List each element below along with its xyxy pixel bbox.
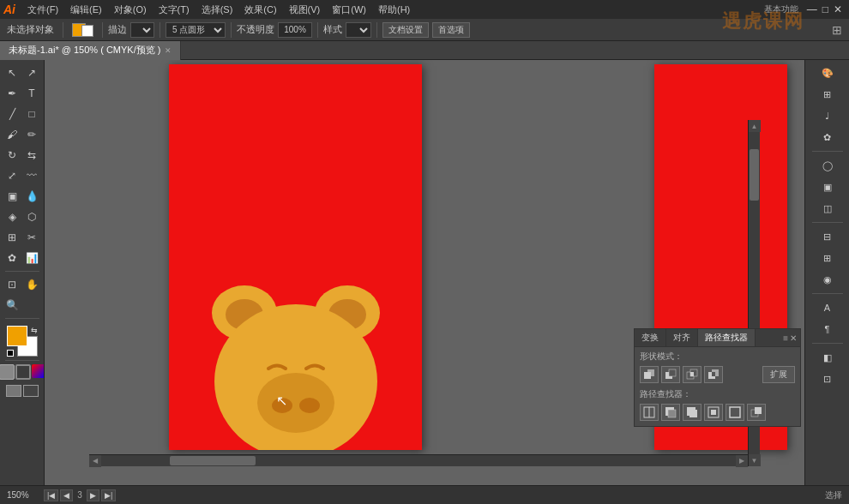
reset-colors-icon[interactable] <box>7 350 14 357</box>
fill-mode-icon[interactable] <box>0 364 15 380</box>
menu-file[interactable]: 文件(F) <box>22 3 63 16</box>
style-select[interactable] <box>346 22 371 38</box>
align-panel-icon[interactable]: ⊟ <box>818 227 837 246</box>
fullscreen-view-icon[interactable] <box>23 385 39 397</box>
direct-select-tool[interactable]: ↗ <box>22 63 41 82</box>
gradient-tool[interactable]: ▣ <box>3 187 21 206</box>
panel-menu-icon[interactable]: ≡ <box>783 333 788 343</box>
scroll-track-horizontal[interactable] <box>101 455 736 466</box>
panel-tab-icons: ≡ ✕ <box>783 329 800 346</box>
pen-tool[interactable]: ✒ <box>3 84 21 103</box>
zoom-tool[interactable]: 🔍 <box>3 296 21 315</box>
menu-window[interactable]: 窗口(W) <box>327 3 371 16</box>
scroll-down-button[interactable]: ▼ <box>749 454 761 466</box>
opacity-input[interactable] <box>278 22 312 38</box>
paintbrush-tool[interactable]: 🖌 <box>3 125 21 144</box>
crop-button[interactable] <box>704 404 723 421</box>
scroll-right-button[interactable]: ▶ <box>736 455 748 467</box>
last-page-button[interactable]: ▶| <box>101 489 116 501</box>
scrollbar-horizontal[interactable]: ◀ ▶ <box>89 454 748 466</box>
scroll-left-button[interactable]: ◀ <box>89 455 101 467</box>
char-panel-icon[interactable]: A <box>818 298 837 317</box>
eyedropper-tool[interactable]: 💧 <box>22 187 41 206</box>
next-page-button[interactable]: ▶ <box>87 489 99 501</box>
transform-tab[interactable]: 变换 <box>635 329 666 346</box>
foreground-color[interactable] <box>7 326 27 346</box>
stroke-select[interactable] <box>130 22 154 38</box>
menu-type[interactable]: 文字(T) <box>154 3 195 16</box>
warp-tool[interactable]: 〰 <box>22 166 41 185</box>
menu-effect[interactable]: 效果(C) <box>239 3 281 16</box>
artboards-icon[interactable]: ⊡ <box>818 369 837 388</box>
svg-rect-23 <box>689 410 697 417</box>
mesh-tool[interactable]: ⊞ <box>3 228 21 247</box>
menu-edit[interactable]: 编辑(E) <box>65 3 107 16</box>
expand-button[interactable]: 扩展 <box>762 366 795 383</box>
merge-button[interactable] <box>683 404 701 421</box>
pathfinder-tab[interactable]: 路径查找器 <box>698 329 756 346</box>
scroll-thumb-horizontal[interactable] <box>170 456 256 465</box>
artboard-tool[interactable]: ⊡ <box>3 275 21 294</box>
select-tool[interactable]: ↖ <box>3 63 21 82</box>
live-paint-tool[interactable]: ⬡ <box>22 207 41 226</box>
rotate-tool[interactable]: ↻ <box>3 146 21 165</box>
preferences-button[interactable]: 首选项 <box>432 22 470 38</box>
reflect-tool[interactable]: ⇆ <box>22 146 41 165</box>
type-tool[interactable]: T <box>22 84 41 103</box>
color-panel-icon[interactable]: 🎨 <box>818 63 837 82</box>
line-tool[interactable]: ╱ <box>3 105 21 123</box>
gradient-panel-icon[interactable]: ▣ <box>818 177 837 196</box>
slice-tool[interactable]: ✂ <box>22 228 41 247</box>
trim-button[interactable] <box>661 404 680 421</box>
scroll-thumb-vertical[interactable] <box>750 149 759 201</box>
para-panel-icon[interactable]: ¶ <box>818 320 837 339</box>
blend-tool[interactable]: ◈ <box>3 207 21 226</box>
unite-button[interactable] <box>640 366 659 383</box>
normal-view-icon[interactable] <box>6 385 21 397</box>
prev-page-button[interactable]: ◀ <box>60 489 73 501</box>
exclude-button[interactable] <box>704 366 723 383</box>
layers-icon[interactable]: ◧ <box>818 348 837 367</box>
stroke-swatch[interactable] <box>81 25 93 37</box>
menu-help[interactable]: 帮助(H) <box>373 3 415 16</box>
outline-button[interactable] <box>726 404 744 421</box>
swap-colors-icon[interactable]: ⇆ <box>31 326 38 334</box>
symbols-icon[interactable]: ✿ <box>818 128 837 147</box>
graph-tool[interactable]: 📊 <box>22 249 41 267</box>
rect-tool[interactable]: □ <box>22 105 41 123</box>
first-page-button[interactable]: |◀ <box>44 489 58 501</box>
hand-tool[interactable]: ✋ <box>22 275 41 294</box>
menu-object[interactable]: 对象(O) <box>109 3 152 16</box>
menu-view[interactable]: 视图(V) <box>284 3 326 16</box>
scroll-up-button[interactable]: ▲ <box>749 120 761 132</box>
transform-panel-icon[interactable]: ⊞ <box>818 249 837 267</box>
document-tab[interactable]: 未标题-1.ai* @ 150% ( CMYK/预览 ) ✕ <box>0 41 181 60</box>
symbol-tool[interactable]: ✿ <box>3 249 21 267</box>
divide-button[interactable] <box>640 404 659 421</box>
minus-front-button[interactable] <box>661 366 680 383</box>
swatches-icon[interactable]: ⊞ <box>818 85 837 104</box>
svg-rect-26 <box>730 407 740 417</box>
fill-indicator[interactable] <box>69 22 97 37</box>
panel-close-icon[interactable]: ✕ <box>790 333 797 343</box>
pathfinder-right-icon[interactable]: ◉ <box>818 270 837 289</box>
pencil-tool[interactable]: ✏ <box>22 125 41 144</box>
doc-setup-button[interactable]: 文档设置 <box>382 22 429 38</box>
menu-bar: Ai 文件(F) 编辑(E) 对象(O) 文字(T) 选择(S) 效果(C) 视… <box>0 0 849 19</box>
close-button[interactable]: ✕ <box>834 3 842 15</box>
stroke-mode-icon[interactable] <box>15 364 31 380</box>
intersect-button[interactable] <box>683 366 701 383</box>
shape-select[interactable]: 5 点圆形 <box>166 22 226 38</box>
menu-select[interactable]: 选择(S) <box>196 3 238 16</box>
arrange-icon[interactable]: ⊞ <box>828 23 846 37</box>
minimize-button[interactable]: — <box>807 3 817 15</box>
minus-back-button[interactable] <box>747 404 766 421</box>
align-tab[interactable]: 对齐 <box>666 329 698 346</box>
scale-tool[interactable]: ⤢ <box>3 166 21 185</box>
brushes-icon[interactable]: ♩ <box>818 106 837 125</box>
gradient-mode-icon[interactable] <box>32 364 45 378</box>
tab-close-button[interactable]: ✕ <box>165 46 172 55</box>
maximize-button[interactable]: □ <box>822 3 828 15</box>
stroke-panel-icon[interactable]: ◯ <box>818 156 837 175</box>
transparency-icon[interactable]: ◫ <box>818 199 837 218</box>
